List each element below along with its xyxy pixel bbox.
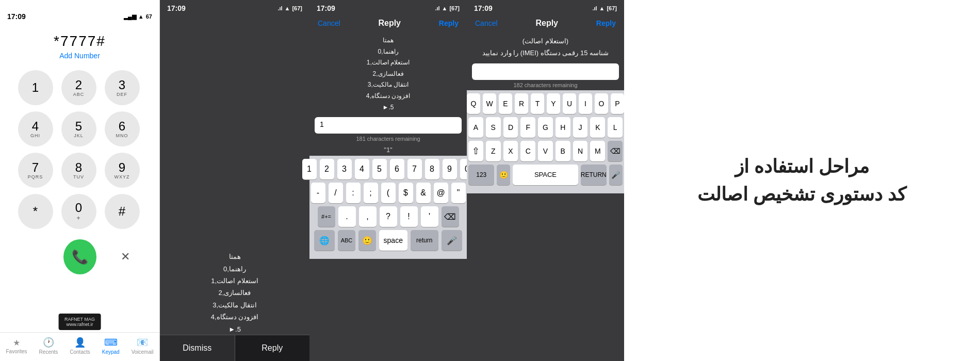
key-colon[interactable]: :	[346, 183, 361, 203]
key-dash[interactable]: -	[311, 183, 325, 203]
reply-cancel-button[interactable]: Cancel	[318, 19, 340, 27]
key-g[interactable]: G	[538, 117, 553, 138]
key-num-3[interactable]: 3	[337, 159, 352, 179]
reply-send-button2[interactable]: Reply	[596, 19, 616, 27]
key-f[interactable]: F	[520, 117, 535, 138]
nav-recents[interactable]: 🕐 Recents	[39, 337, 58, 355]
key-semicolon[interactable]: ;	[364, 183, 378, 203]
key-at[interactable]: @	[434, 183, 448, 203]
key-lparen[interactable]: (	[381, 183, 396, 203]
key-n[interactable]: N	[573, 141, 588, 161]
nav-voicemail[interactable]: 📧 Voicemail	[132, 337, 154, 355]
key-num-2[interactable]: 2	[320, 159, 334, 179]
key-quote[interactable]: "	[451, 183, 466, 203]
key-v[interactable]: V	[538, 141, 553, 161]
key-z[interactable]: Z	[486, 141, 501, 161]
spacer	[18, 239, 51, 274]
key-backspace-num[interactable]: ⌫	[442, 206, 459, 227]
key-r[interactable]: R	[515, 93, 528, 114]
reply-send-button[interactable]: Reply	[439, 19, 459, 27]
reply-input[interactable]: 1	[315, 117, 462, 134]
key-hash[interactable]: #	[105, 194, 140, 229]
reply-button-popup[interactable]: Reply	[235, 335, 310, 361]
delete-button[interactable]: ✕	[109, 239, 142, 274]
reply-input2[interactable]	[472, 63, 619, 80]
key-star[interactable]: *	[18, 194, 53, 229]
key-num-7[interactable]: 7	[407, 159, 422, 179]
key-i[interactable]: I	[579, 93, 592, 114]
key-apost[interactable]: '	[421, 206, 438, 227]
key-x[interactable]: X	[503, 141, 518, 161]
key-j[interactable]: J	[573, 117, 588, 138]
key-mic-num[interactable]: 🎤	[442, 230, 462, 251]
key-more[interactable]: #+=	[318, 206, 335, 227]
key-num-1[interactable]: 1	[302, 159, 317, 179]
key-123[interactable]: 123	[468, 165, 494, 185]
key-comma[interactable]: ,	[359, 206, 377, 227]
key-t[interactable]: T	[531, 93, 544, 114]
dismiss-button[interactable]: Dismiss	[160, 335, 235, 361]
key-num-5[interactable]: 5	[372, 159, 387, 179]
key-k[interactable]: K	[590, 117, 605, 138]
key-l[interactable]: L	[608, 117, 623, 138]
key-5[interactable]: 5JKL	[61, 111, 96, 146]
key-num-9[interactable]: 9	[443, 159, 457, 179]
key-a[interactable]: A	[468, 117, 483, 138]
key-amp[interactable]: &	[416, 183, 431, 203]
key-c[interactable]: C	[520, 141, 535, 161]
key-1[interactable]: 1	[18, 70, 53, 105]
key-u[interactable]: U	[563, 93, 576, 114]
key-o[interactable]: O	[595, 93, 608, 114]
star-icon: ★	[13, 338, 20, 348]
kb-row-more: #+= . , ? ! ' ⌫	[311, 206, 465, 227]
key-globe[interactable]: 🌐	[314, 230, 335, 251]
key-m[interactable]: M	[590, 141, 605, 161]
key-q[interactable]: Q	[467, 93, 480, 114]
key-3[interactable]: 3DEF	[105, 70, 140, 105]
key-h[interactable]: H	[556, 117, 570, 138]
key-mic-qwerty[interactable]: 🎤	[609, 165, 623, 185]
key-exclaim[interactable]: !	[400, 206, 418, 227]
key-w[interactable]: W	[483, 93, 496, 114]
key-dot[interactable]: .	[338, 206, 356, 227]
key-7[interactable]: 7PQRS	[18, 153, 53, 188]
kb-bottom-row: 🌐 ABC 🙂 space return 🎤	[311, 230, 465, 251]
key-e[interactable]: E	[499, 93, 512, 114]
key-return-qwerty[interactable]: return	[581, 165, 607, 185]
key-d[interactable]: D	[503, 117, 518, 138]
key-space-qwerty[interactable]: space	[513, 165, 578, 185]
key-y[interactable]: Y	[547, 93, 560, 114]
call-button[interactable]: 📞	[63, 239, 96, 274]
rafnet-brand: RAFNET MAG	[64, 317, 95, 322]
key-space-num[interactable]: space	[379, 230, 407, 251]
reply-numeric-panel: 17:09 .ıl ▲ [67] Cancel Reply Reply همتا…	[309, 0, 467, 361]
key-question[interactable]: ?	[380, 206, 397, 227]
key-shift[interactable]: ⇧	[468, 141, 483, 161]
key-8[interactable]: 8TUV	[61, 153, 96, 188]
add-number-link[interactable]: Add Number	[59, 52, 100, 60]
key-num-4[interactable]: 4	[355, 159, 369, 179]
key-num-8[interactable]: 8	[425, 159, 439, 179]
key-emoji-qwerty[interactable]: 🙂	[497, 165, 510, 185]
nav-favorites[interactable]: ★ Favorites	[6, 338, 27, 354]
key-2[interactable]: 2ABC	[61, 70, 96, 105]
key-9[interactable]: 9WXYZ	[105, 153, 140, 188]
key-0[interactable]: 0+	[61, 194, 96, 229]
key-4[interactable]: 4GHI	[18, 111, 53, 146]
key-emoji-num[interactable]: 🙂	[358, 230, 376, 251]
key-abc[interactable]: ABC	[338, 230, 355, 251]
nav-contacts[interactable]: 👤 Contacts	[70, 337, 90, 355]
nav-keypad[interactable]: ⌨ Keypad	[102, 337, 120, 355]
char-remaining-label2: 182 characters remaining	[467, 80, 624, 90]
key-p[interactable]: P	[611, 93, 624, 114]
key-6[interactable]: 6MNO	[105, 111, 140, 146]
key-s[interactable]: S	[486, 117, 501, 138]
key-return-num[interactable]: return	[411, 230, 439, 251]
key-b[interactable]: B	[556, 141, 570, 161]
reply-cancel-button2[interactable]: Cancel	[475, 19, 498, 27]
key-slash[interactable]: /	[329, 183, 343, 203]
numeric-keyboard: 1 2 3 4 5 6 7 8 9 0 - / : ; ( $ & @ " #+…	[309, 156, 467, 256]
key-dollar[interactable]: $	[399, 183, 413, 203]
key-backspace-qwerty[interactable]: ⌫	[608, 141, 623, 161]
key-num-6[interactable]: 6	[390, 159, 404, 179]
